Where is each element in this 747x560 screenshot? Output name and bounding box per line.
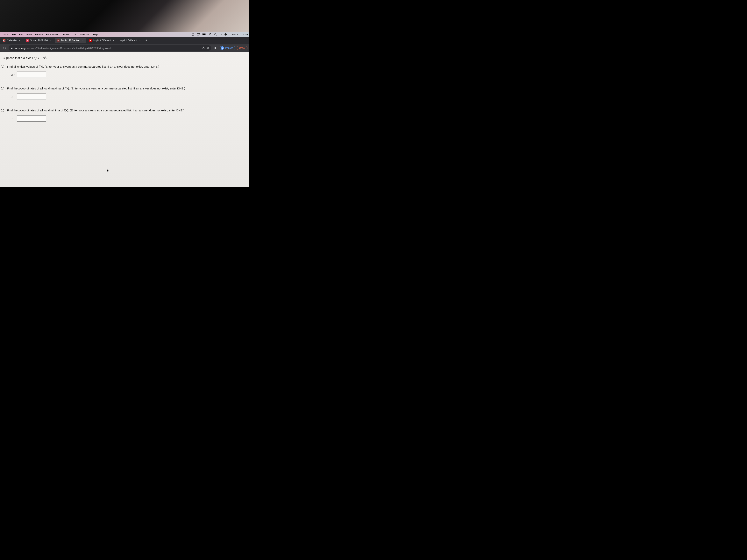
favicon-n-icon: N <box>26 39 29 42</box>
part-text: Find all critical values of f(x). (Enter… <box>7 65 159 68</box>
share-icon[interactable] <box>202 47 205 50</box>
macos-menubar: rome File Edit View History Bookmarks Pr… <box>0 32 249 37</box>
svg-marker-23 <box>107 169 109 172</box>
tab-close-icon[interactable]: ✕ <box>19 39 21 42</box>
answer-input-a[interactable] <box>17 72 46 78</box>
svg-rect-5 <box>199 34 199 34</box>
update-button[interactable]: Updat <box>237 46 248 50</box>
keyboard-input-icon[interactable] <box>196 33 201 35</box>
svg-rect-19 <box>11 48 12 49</box>
tab-title: Implicit Different <box>120 39 137 42</box>
wifi-icon[interactable] <box>208 33 213 35</box>
answer-input-c[interactable] <box>17 115 46 122</box>
menubar-profiles[interactable]: Profiles <box>60 33 71 36</box>
menubar-edit[interactable]: Edit <box>17 33 25 36</box>
control-center-icon[interactable] <box>218 33 223 36</box>
part-label: (b) <box>1 86 6 91</box>
svg-marker-22 <box>207 47 209 49</box>
now-playing-icon[interactable] <box>190 33 196 36</box>
question-part-a: (a) Find all critical values of f(x). (E… <box>3 64 246 78</box>
svg-rect-4 <box>198 34 198 34</box>
tab-implicit-differentiation-2[interactable]: Implicit Different ✕ <box>118 38 143 43</box>
reload-button[interactable] <box>2 45 7 51</box>
tab-title: Implicit Different <box>93 39 111 42</box>
tab-title: Calendar <box>7 39 17 42</box>
mouse-cursor-icon <box>107 169 110 173</box>
svg-point-14 <box>221 35 222 35</box>
tab-close-icon[interactable]: ✕ <box>139 39 141 42</box>
menubar-view[interactable]: View <box>25 33 33 36</box>
siri-icon[interactable] <box>223 33 228 36</box>
tab-math-142[interactable]: ✦ Math 142 Section ✕ <box>55 38 86 43</box>
part-text: Find the x-coordinates of all local mini… <box>7 109 184 112</box>
svg-marker-1 <box>192 34 194 35</box>
favicon-youtube-icon: ▶ <box>89 39 92 42</box>
profile-status: Paused <box>225 47 233 49</box>
page-content: Suppose that f(x) = (x + 1)(x − 1)2. (a)… <box>0 52 249 187</box>
spotlight-icon[interactable] <box>213 33 218 36</box>
menubar-app-name[interactable]: rome <box>1 33 10 36</box>
menubar-bookmarks[interactable]: Bookmarks <box>44 33 60 36</box>
question-part-c: (c) Find the x-coordinates of all local … <box>3 108 246 122</box>
menubar-tab[interactable]: Tab <box>72 33 79 36</box>
tab-implicit-differentiation-1[interactable]: ▶ Implicit Different ✕ <box>87 38 117 43</box>
svg-rect-3 <box>197 34 198 34</box>
tab-close-icon[interactable]: ✕ <box>82 39 84 42</box>
lock-icon <box>10 47 13 49</box>
profile-chip[interactable]: M Paused <box>220 46 235 50</box>
profile-avatar: M <box>221 46 224 50</box>
svg-rect-2 <box>197 33 200 35</box>
svg-point-10 <box>214 33 216 35</box>
favicon-calendar-icon: 📅 <box>3 39 5 42</box>
menubar-file[interactable]: File <box>10 33 17 36</box>
tab-title: Spring 2022 Mat <box>30 39 48 42</box>
answer-input-b[interactable] <box>17 94 46 100</box>
favicon-webassign-icon: ✦ <box>57 39 59 42</box>
menubar-clock[interactable]: Thu Mar 10 7:15 <box>228 33 248 36</box>
question-intro: Suppose that f(x) = (x + 1)(x − 1)2. <box>3 55 246 60</box>
answer-label: x = <box>11 94 15 99</box>
menubar-help[interactable]: Help <box>91 33 99 36</box>
browser-toolbar: webassign.net/web/Student/Assignment-Res… <box>0 44 249 52</box>
bookmark-star-icon[interactable] <box>206 47 209 50</box>
tab-title: Math 142 Section <box>61 39 80 42</box>
url-text: webassign.net/web/Student/Assignment-Res… <box>15 47 201 50</box>
battery-icon[interactable] <box>201 33 208 35</box>
question-part-b: (b) Find the x-coordinates of all local … <box>3 86 246 100</box>
desktop-background <box>0 0 249 32</box>
address-bar[interactable]: webassign.net/web/Student/Assignment-Res… <box>8 45 211 51</box>
part-label: (a) <box>1 64 6 69</box>
extensions-icon[interactable] <box>213 45 218 51</box>
tab-calendar[interactable]: 📅 Calendar ✕ <box>1 38 23 43</box>
tab-close-icon[interactable]: ✕ <box>49 39 52 42</box>
svg-point-12 <box>220 34 221 34</box>
answer-label: x = <box>11 116 15 121</box>
part-text: Find the x-coordinates of all local maxi… <box>7 87 185 90</box>
svg-marker-18 <box>5 47 6 48</box>
svg-rect-7 <box>203 34 205 35</box>
menubar-history[interactable]: History <box>33 33 44 36</box>
tab-spring-2022[interactable]: N Spring 2022 Mat ✕ <box>24 38 54 43</box>
tab-close-icon[interactable]: ✕ <box>112 39 115 42</box>
browser-tabstrip: 📅 Calendar ✕ N Spring 2022 Mat ✕ ✦ Math … <box>0 37 249 44</box>
new-tab-button[interactable]: + <box>144 38 149 43</box>
answer-label: x = <box>11 73 15 77</box>
svg-rect-8 <box>206 34 206 35</box>
menubar-window[interactable]: Window <box>79 33 91 36</box>
svg-line-11 <box>216 35 216 35</box>
svg-point-9 <box>210 35 210 35</box>
part-label: (c) <box>1 108 6 113</box>
svg-point-16 <box>225 33 227 35</box>
